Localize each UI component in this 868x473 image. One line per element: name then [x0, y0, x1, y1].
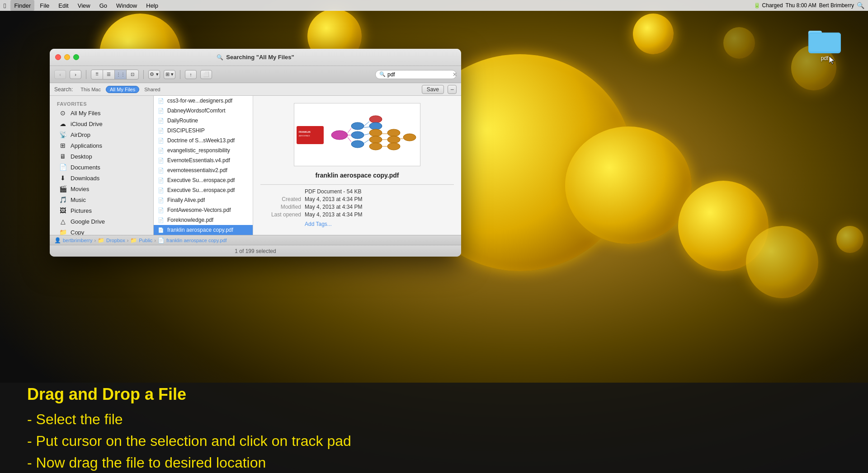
preview-separator	[260, 184, 454, 185]
instruction-content: Drag and Drop a File - Select the file -…	[27, 382, 841, 473]
cover-flow-button[interactable]: ⊡	[127, 70, 138, 79]
sidebar-item-applications[interactable]: ⊞ Applications	[52, 140, 151, 151]
preview-panel: FRANKLIN AEROSPACE	[253, 96, 461, 245]
svg-point-10	[351, 122, 364, 130]
column-view-button[interactable]: ⋮⋮	[115, 70, 127, 79]
pictures-icon: 🖼	[59, 206, 67, 215]
file-item-11[interactable]: 📄 FontAwesome-Vectors.pdf	[154, 205, 253, 215]
search-scope-bar: Search: This Mac All My Files Shared Sav…	[50, 83, 461, 96]
menu-help[interactable]: Help	[142, 0, 162, 11]
sidebar-item-music[interactable]: 🎵 Music	[52, 194, 151, 205]
scope-this-mac[interactable]: This Mac	[76, 86, 105, 93]
save-search-button[interactable]: Save	[422, 85, 444, 94]
file-item-10[interactable]: 📄 Finally Alive.pdf	[154, 195, 253, 205]
sidebar-item-documents[interactable]: 📄 Documents	[52, 162, 151, 173]
sidebar-item-pictures[interactable]: 🖼 Pictures	[52, 205, 151, 216]
toolbar-separator-1	[86, 70, 86, 79]
status-text: 1 of 199 selected	[235, 248, 276, 254]
file-name-13: franklin aerospace copy.pdf	[167, 227, 233, 233]
desktop-icon: 🖥	[59, 152, 67, 160]
file-name-11: FontAwesome-Vectors.pdf	[167, 207, 231, 213]
meta-type-label	[260, 188, 301, 195]
arrange-button[interactable]: ⊞ ▾	[164, 70, 175, 79]
path-item-public[interactable]: Public	[139, 238, 152, 243]
file-name-7: evernoteessentialsv2.pdf	[167, 167, 227, 173]
file-item-0[interactable]: 📄 css3-for-we...designers.pdf	[154, 96, 253, 106]
close-button[interactable]	[55, 54, 61, 60]
file-item-13[interactable]: 📄 franklin aerospace copy.pdf	[154, 225, 253, 235]
pdf-icon-3: 📄	[157, 127, 165, 134]
file-item-6[interactable]: 📄 EvernoteEssentials.v4.pdf	[154, 155, 253, 165]
scope-shared[interactable]: Shared	[140, 86, 164, 93]
file-name-3: DISCIPLESHIP	[167, 127, 205, 134]
file-item-3[interactable]: 📄 DISCIPLESHIP	[154, 126, 253, 136]
sidebar-label-music: Music	[71, 197, 86, 203]
file-name-1: DabneyWordsofComfort	[167, 108, 226, 114]
clear-search-button[interactable]: ✕	[453, 71, 457, 78]
sidebar-item-desktop[interactable]: 🖥 Desktop	[52, 151, 151, 162]
file-name-6: EvernoteEssentials.v4.pdf	[167, 157, 230, 164]
sidebar-label-google-drive: Google Drive	[71, 218, 105, 225]
svg-text:AEROSPACE: AEROSPACE	[299, 135, 310, 137]
sidebar-item-icloud-drive[interactable]: ☁ iCloud Drive	[52, 118, 151, 129]
menu-finder[interactable]: Finder	[10, 0, 34, 11]
menu-go[interactable]: Go	[96, 0, 111, 11]
file-item-1[interactable]: 📄 DabneyWordsofComfort	[154, 106, 253, 116]
file-item-5[interactable]: 📄 evangelistic_responsibility	[154, 145, 253, 155]
menu-view[interactable]: View	[74, 0, 94, 11]
menu-window[interactable]: Window	[113, 0, 141, 11]
search-input[interactable]	[387, 71, 451, 78]
path-item-file[interactable]: franklin aerospace copy.pdf	[166, 238, 227, 243]
file-item-2[interactable]: 📄 DailyRoutine	[154, 116, 253, 126]
file-name-10: Finally Alive.pdf	[167, 197, 205, 203]
search-icon[interactable]: 🔍	[857, 2, 864, 9]
forward-button[interactable]: ›	[70, 70, 81, 79]
list-view-button[interactable]: ☰	[103, 70, 115, 79]
file-item-12[interactable]: 📄 Foreknowledge.pdf	[154, 215, 253, 225]
share-button[interactable]: ↑	[185, 70, 197, 79]
file-name-9: Executive Su...erospace.pdf	[167, 187, 235, 193]
meta-opened-value: May 4, 2013 at 4:34 PM	[305, 211, 362, 218]
maximize-button[interactable]	[73, 54, 79, 60]
path-item-dropbox[interactable]: Dropbox	[106, 238, 125, 243]
desktop-folder-icon[interactable]: pdf	[808, 27, 841, 61]
remove-search-button[interactable]: −	[448, 85, 457, 94]
search-scope-buttons: This Mac All My Files Shared	[76, 86, 164, 93]
tag-button[interactable]: ⬜	[200, 70, 212, 79]
sidebar-label-icloud: iCloud Drive	[71, 121, 103, 127]
file-item-7[interactable]: 📄 evernoteessentialsv2.pdf	[154, 165, 253, 175]
pdf-icon-11: 📄	[157, 206, 165, 214]
back-button[interactable]: ‹	[54, 70, 66, 79]
file-item-9[interactable]: 📄 Executive Su...erospace.pdf	[154, 185, 253, 195]
menu-file[interactable]: File	[36, 0, 53, 11]
minimize-button[interactable]	[64, 54, 70, 60]
apple-menu[interactable]: 	[4, 2, 6, 9]
file-list[interactable]: 📄 css3-for-we...designers.pdf 📄 DabneyWo…	[154, 96, 253, 245]
sidebar-item-downloads[interactable]: ⬇ Downloads	[52, 173, 151, 183]
meta-created-label: Created	[260, 196, 301, 202]
file-item-8[interactable]: 📄 Executive Su...erospace.pdf	[154, 175, 253, 185]
path-file-icon: 📄	[158, 237, 165, 244]
file-name-8: Executive Su...erospace.pdf	[167, 177, 235, 183]
svg-point-17	[369, 143, 382, 150]
svg-text:FRANKLIN: FRANKLIN	[299, 131, 311, 133]
add-tags-button[interactable]: Add Tags...	[305, 221, 454, 227]
menubar-battery: 🔋 Charged	[754, 2, 783, 9]
sidebar-label-applications: Applications	[71, 142, 102, 149]
action-button[interactable]: ⚙ ▾	[148, 70, 160, 79]
path-home-icon: 👤	[54, 237, 61, 244]
path-arrow-1: ›	[94, 238, 96, 243]
toolbar-separator-2	[143, 70, 144, 79]
menu-edit[interactable]: Edit	[55, 0, 72, 11]
icon-view-button[interactable]: ⠿	[91, 70, 103, 79]
file-name-5: evangelistic_responsibility	[167, 147, 230, 154]
sidebar-item-google-drive[interactable]: △ Google Drive	[52, 216, 151, 227]
path-item-user[interactable]: bertbrimberry	[63, 238, 92, 243]
preview-meta: PDF Document - 54 KB Created May 4, 2013…	[260, 188, 454, 227]
file-item-4[interactable]: 📄 Doctrine of S...sWeek13.pdf	[154, 136, 253, 145]
sidebar-item-all-my-files[interactable]: ⊙ All My Files	[52, 108, 151, 118]
scope-all-my-files[interactable]: All My Files	[106, 86, 139, 93]
sidebar-item-movies[interactable]: 🎬 Movies	[52, 183, 151, 194]
search-bar[interactable]: 🔍 ✕	[375, 70, 457, 79]
sidebar-item-airdrop[interactable]: 📡 AirDrop	[52, 129, 151, 140]
